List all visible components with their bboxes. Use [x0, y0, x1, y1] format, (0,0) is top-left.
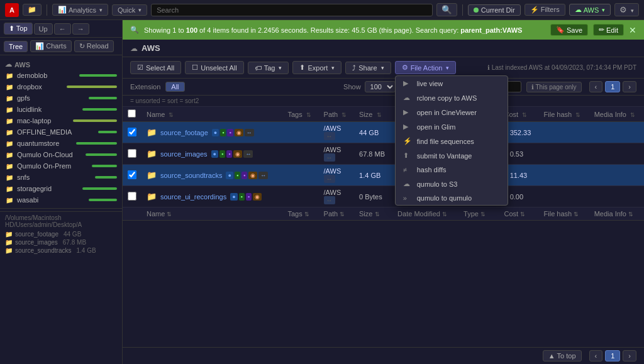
row-checkbox[interactable] [128, 192, 136, 201]
sidebar-item-qumulo-cloud[interactable]: 📁 Qumulo On-Cloud [0, 149, 122, 160]
dropdown-find-sequences[interactable]: ⚡ find file sequences [396, 134, 508, 148]
row-name[interactable]: source_images [160, 150, 208, 158]
tag-icon[interactable]: ● [212, 129, 219, 136]
sidebar-up-btn[interactable]: Up [34, 23, 53, 35]
sidebar-top-btn[interactable]: ⬆ Top [4, 23, 33, 35]
select-all-button[interactable]: ☑ Select All [130, 61, 181, 74]
sidebar-item-gpfs[interactable]: 📁 gpfs [0, 92, 122, 104]
col-filehash-foot[interactable]: File hash ⇅ [539, 207, 589, 221]
export-button[interactable]: ⬆ Export ▾ [292, 61, 341, 74]
next-page-btn[interactable]: › [623, 81, 636, 92]
sidebar-forward-btn[interactable]: → [72, 23, 89, 35]
col-cost-foot[interactable]: Cost ⇅ [499, 207, 538, 221]
tag-icon[interactable]: ◉ [235, 129, 243, 136]
col-media-info[interactable]: Media Info ⇅ [589, 107, 644, 122]
tag-icon[interactable]: ▪ [226, 150, 232, 158]
sidebar-path-source-soundtracks[interactable]: 📁 source_soundtracks 1.4 GB [5, 246, 117, 255]
col-tags[interactable]: Tags ⇅ [282, 107, 318, 122]
next-page-footer-btn[interactable]: › [623, 350, 636, 361]
dropdown-live-view[interactable]: ▶ live view [396, 76, 508, 91]
row-checkbox[interactable] [128, 128, 136, 136]
row-name[interactable]: source_ui_recordings [160, 193, 226, 201]
sidebar-item-lucidlink[interactable]: 📁 lucidlink [0, 104, 122, 115]
analytics-button[interactable]: 📊 Analytics ▾ [52, 4, 108, 16]
show-select[interactable]: 100 50 200 [365, 81, 396, 92]
tag-icon[interactable]: ▪ [235, 172, 240, 179]
dropdown-qumulo-s3[interactable]: ☁ qumulo to S3 [396, 177, 508, 191]
sidebar-item-storagegrid[interactable]: 📁 storagegrid [0, 183, 122, 194]
tag-icon[interactable]: ◉ [253, 193, 262, 201]
tag-button[interactable]: 🏷 Tag ▾ [248, 62, 289, 74]
filters-button[interactable]: ⚡ Filters [525, 4, 565, 16]
col-name[interactable]: Name ⇅ [142, 107, 282, 122]
dropdown-hash-diffs[interactable]: ≠ hash diffs [396, 163, 508, 177]
expand-icon[interactable]: ↔ [324, 196, 335, 204]
tag-icon[interactable]: ◉ [248, 172, 257, 179]
select-all-checkbox[interactable] [128, 109, 136, 118]
col-size-foot[interactable]: Size ⇅ [354, 207, 392, 221]
tag-icon[interactable]: ● [230, 193, 237, 201]
col-type-foot[interactable]: Type ⇅ [458, 207, 499, 221]
row-checkbox[interactable] [128, 170, 136, 179]
sidebar-item-wasabi[interactable]: 📁 wasabi [0, 194, 122, 206]
col-size[interactable]: Size ⇅ [354, 107, 392, 122]
close-icon[interactable]: ✕ [629, 25, 636, 35]
expand-icon[interactable]: ↔ [324, 132, 335, 140]
tag-icon[interactable]: ↔ [245, 129, 254, 136]
quick-button[interactable]: Quick ▾ [112, 4, 147, 16]
col-mediainfo-foot[interactable]: Media Info ⇅ [589, 207, 644, 221]
tag-icon[interactable]: ● [211, 150, 218, 158]
sidebar-path-source-images[interactable]: 📁 source_images 67.8 MB [5, 238, 117, 246]
folder-button[interactable]: 📁 [23, 4, 42, 16]
search-button[interactable]: 🔍 [436, 3, 457, 16]
col-path[interactable]: Path ⇅ [319, 107, 354, 122]
page-1-footer-btn[interactable]: 1 [605, 350, 620, 361]
row-name[interactable]: source_footage [160, 129, 208, 136]
prev-page-footer-btn[interactable]: ‹ [589, 350, 603, 361]
gear-button[interactable]: ⚙ ▾ [614, 3, 639, 16]
tag-icon[interactable]: ● [226, 172, 233, 179]
dropdown-open-cineviewer[interactable]: ▶ open in CineViewer [396, 105, 508, 119]
sidebar-charts-btn[interactable]: 📊 Charts [30, 40, 71, 52]
sidebar-item-mac-laptop[interactable]: 📁 mac-laptop [0, 115, 122, 126]
tag-icon[interactable]: ▪ [239, 193, 245, 201]
dropdown-submit-vantage[interactable]: ⬆ submit to Vantage [396, 148, 508, 163]
col-name-foot[interactable]: Name ⇅ [142, 207, 282, 221]
sidebar-item-dropbox[interactable]: 📁 dropbox [0, 81, 122, 92]
tag-icon[interactable]: ▪ [246, 193, 252, 201]
col-date-foot[interactable]: Date Modified ⇅ [392, 207, 458, 221]
unselect-all-button[interactable]: ☐ Unselect All [185, 61, 243, 74]
col-tags-foot[interactable]: Tags ⇅ [282, 207, 318, 221]
prev-page-btn[interactable]: ‹ [589, 81, 603, 92]
current-dir-button[interactable]: Current Dir [468, 4, 521, 16]
sidebar-tree-btn[interactable]: Tree [4, 41, 28, 52]
expand-icon[interactable]: ↔ [324, 175, 335, 183]
dropdown-qumulo-qumulo[interactable]: » qumulo to qumulo [396, 191, 508, 205]
tag-icon[interactable]: ↔ [243, 150, 253, 158]
sidebar-reload-btn[interactable]: ↻ Reload [74, 40, 114, 52]
page-1-btn[interactable]: 1 [605, 81, 620, 92]
tag-icon[interactable]: ▪ [242, 172, 247, 179]
share-button[interactable]: ⤴ Share ▾ [345, 62, 391, 74]
tag-icon[interactable]: ▪ [219, 150, 225, 158]
page-only-button[interactable]: ℹ This page only [526, 82, 582, 92]
sidebar-item-demoblob[interactable]: 📁 demoblob [0, 70, 122, 81]
alert-save-button[interactable]: 🔖 Save [550, 24, 588, 36]
sidebar-path-source-footage[interactable]: 📁 source_footage 44 GB [5, 230, 117, 238]
sidebar-item-snfs[interactable]: 📁 snfs [0, 172, 122, 183]
tag-icon[interactable]: ◉ [233, 150, 242, 158]
aws-button[interactable]: ☁ AWS ▾ [569, 4, 611, 16]
col-file-hash[interactable]: File hash ⇅ [539, 107, 589, 122]
dropdown-rclone-copy[interactable]: ☁ rclone copy to AWS [396, 91, 508, 105]
alert-edit-button[interactable]: ✏ Edit [593, 24, 624, 36]
sidebar-item-qumulo-prem[interactable]: 📁 Qumulo On-Prem [0, 160, 122, 172]
file-action-button[interactable]: ⚙ File Action ▾ [395, 61, 457, 74]
sidebar-back-btn[interactable]: ← [54, 23, 71, 35]
dropdown-open-glim[interactable]: ▶ open in Glim [396, 119, 508, 134]
search-input[interactable] [151, 4, 433, 16]
tag-icon[interactable]: ↔ [258, 172, 268, 179]
col-path-foot[interactable]: Path ⇅ [319, 207, 354, 221]
to-top-button[interactable]: ▲ To top [543, 350, 582, 361]
expand-icon[interactable]: ↔ [324, 153, 335, 162]
row-checkbox[interactable] [128, 149, 136, 158]
